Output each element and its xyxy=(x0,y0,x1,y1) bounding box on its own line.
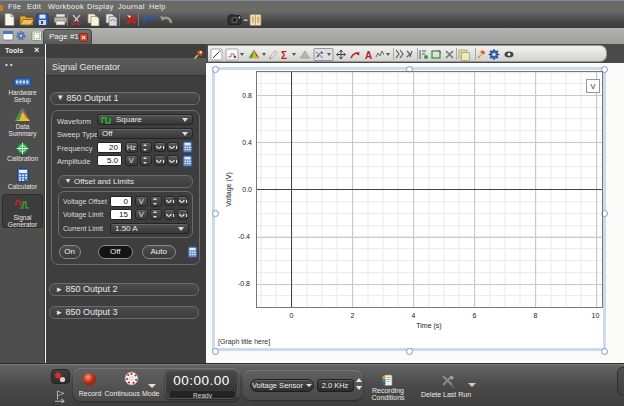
svg-text:Σ: Σ xyxy=(281,50,287,61)
svg-text:A: A xyxy=(365,50,372,61)
